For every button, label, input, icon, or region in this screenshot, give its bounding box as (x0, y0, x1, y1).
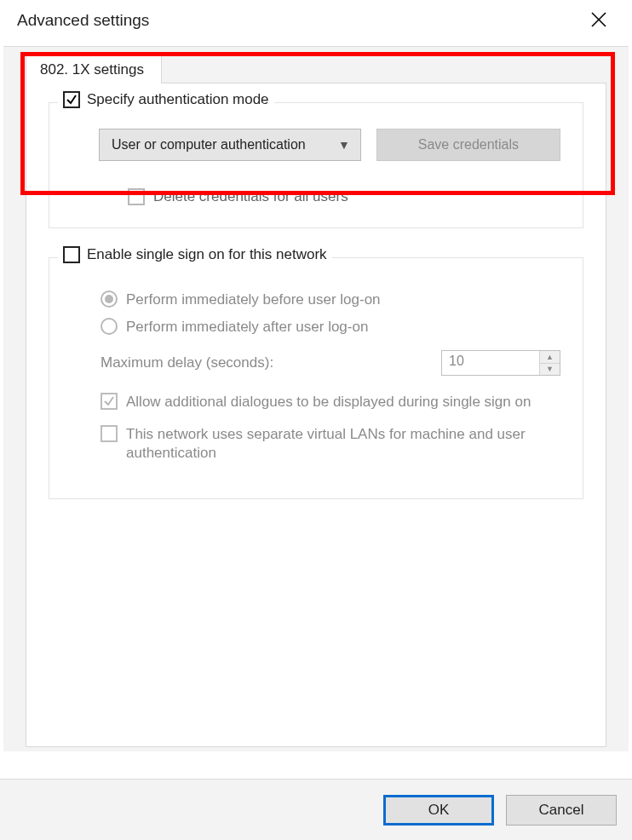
delete-credentials-checkbox[interactable] (128, 188, 145, 205)
sso-delay-spinbox[interactable]: 10 ▲ ▼ (441, 350, 560, 376)
auth-mode-row: User or computer authentication ▼ Save c… (99, 129, 560, 161)
sso-before-row: Perform immediately before user log-on (101, 291, 560, 309)
spin-up-icon[interactable]: ▲ (540, 351, 560, 363)
sso-group: Enable single sign on for this network P… (49, 257, 583, 499)
close-button[interactable] (583, 7, 615, 34)
dialog-footer: OK Cancel (0, 779, 632, 840)
tab-8021x-settings[interactable]: 802. 1X settings (26, 55, 162, 83)
auth-mode-legend-label: Specify authentication mode (87, 91, 269, 108)
advanced-settings-dialog: Advanced settings 802. 1X settings (0, 0, 632, 840)
sso-delay-row: Maximum delay (seconds): 10 ▲ ▼ (101, 350, 560, 376)
close-icon (591, 12, 606, 27)
specify-auth-mode-checkbox[interactable] (63, 91, 80, 108)
check-icon (66, 94, 78, 106)
spin-arrows: ▲ ▼ (539, 351, 560, 375)
delete-credentials-row: Delete credentials for all users (128, 188, 560, 205)
content-area: 802. 1X settings Specify authentication … (3, 46, 629, 751)
cancel-button[interactable]: Cancel (506, 795, 617, 826)
ok-button-label: OK (428, 802, 450, 819)
sso-after-row: Perform immediately after user log-on (101, 318, 560, 337)
chevron-down-icon: ▼ (338, 138, 350, 152)
sso-delay-value: 10 (442, 351, 539, 375)
auth-mode-group: Specify authentication mode User or comp… (49, 102, 583, 228)
auth-mode-legend: Specify authentication mode (58, 91, 274, 108)
auth-mode-select[interactable]: User or computer authentication ▼ (99, 129, 361, 161)
tab-panel: Specify authentication mode User or comp… (26, 83, 606, 747)
sso-allow-dialogs-row: Allow additional dialogues to be display… (101, 393, 560, 411)
sso-after-radio[interactable] (101, 318, 118, 335)
radio-dot-icon (105, 295, 113, 303)
sso-separate-vlan-row: This network uses separate virtual LANs … (101, 425, 560, 463)
enable-sso-checkbox[interactable] (63, 246, 80, 263)
tabstrip: 802. 1X settings (3, 54, 629, 83)
sso-legend-label: Enable single sign on for this network (87, 246, 327, 263)
sso-before-radio[interactable] (101, 291, 118, 308)
sso-after-label: Perform immediately after user log-on (126, 318, 368, 337)
ok-button[interactable]: OK (383, 795, 494, 826)
save-credentials-button[interactable]: Save credentials (376, 129, 560, 161)
titlebar: Advanced settings (0, 0, 632, 46)
sso-legend: Enable single sign on for this network (58, 246, 332, 263)
delete-credentials-label: Delete credentials for all users (153, 188, 348, 205)
sso-separate-vlan-checkbox[interactable] (101, 425, 118, 442)
check-icon (103, 395, 115, 407)
save-credentials-label: Save credentials (418, 137, 519, 152)
sso-allow-dialogs-label: Allow additional dialogues to be display… (126, 393, 531, 411)
spin-down-icon[interactable]: ▼ (540, 363, 560, 376)
sso-allow-dialogs-checkbox[interactable] (101, 393, 118, 410)
sso-before-label: Perform immediately before user log-on (126, 291, 381, 309)
dialog-title: Advanced settings (17, 11, 149, 30)
sso-delay-label: Maximum delay (seconds): (101, 354, 273, 371)
sso-separate-vlan-label: This network uses separate virtual LANs … (126, 425, 552, 463)
cancel-button-label: Cancel (539, 802, 584, 819)
auth-mode-select-value: User or computer authentication (112, 137, 306, 152)
